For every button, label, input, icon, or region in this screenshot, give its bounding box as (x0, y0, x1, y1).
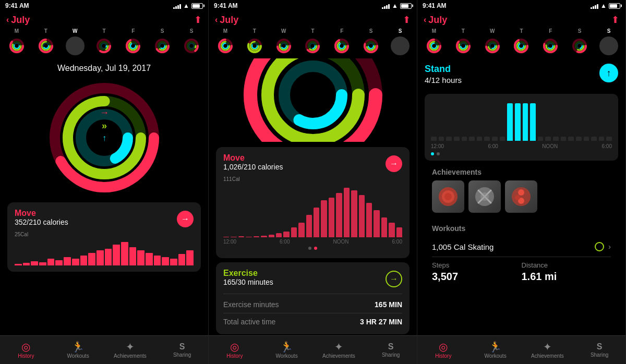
chart-cal-label: 25Cal (15, 232, 194, 237)
p3-mini-wed[interactable] (482, 35, 503, 56)
dot-1 (308, 247, 311, 250)
wifi-icon-3: ▲ (600, 2, 607, 9)
mini-ring-thu[interactable] (93, 35, 114, 56)
move-value-2: 1,026/210 calories (223, 163, 283, 171)
workout-item[interactable]: 1,005 Cal Skating › (432, 237, 611, 257)
stand-title: Stand (425, 64, 462, 75)
stand-chart: 12:00 6:00 NOON 6:00 (425, 94, 618, 161)
stand-bar-chart (431, 99, 612, 141)
achievement-2[interactable] (468, 180, 501, 213)
day-s2: S (181, 28, 202, 34)
svg-point-15 (71, 42, 79, 50)
share-button-2[interactable]: ⬆ (403, 14, 411, 26)
signal-icon-2 (382, 3, 390, 9)
back-chevron-1[interactable]: ‹ (6, 15, 9, 25)
month-label-1: July (11, 15, 30, 26)
move-nav-1[interactable]: → (177, 211, 194, 227)
tab-achievements-1[interactable]: ✦ Achievements (104, 342, 156, 359)
tab-history-1[interactable]: ◎ History (0, 342, 52, 359)
p3-mini-mon[interactable] (424, 35, 444, 56)
mini-ring-sun[interactable] (181, 35, 202, 56)
main-content-2: Move 1,026/210 calories → 111Cal 12:00 6… (209, 142, 417, 335)
p2-mini-sun[interactable] (390, 35, 411, 56)
achievement-3[interactable] (505, 180, 537, 213)
time-3: 9:41 AM (423, 2, 447, 9)
svg-text:↑: ↑ (102, 134, 106, 142)
move-card-1: Move 352/210 calories → 25Cal (7, 202, 201, 272)
mini-ring-tue[interactable] (35, 35, 56, 56)
panel-1: 9:41 AM ▲ ‹ July ⬆ M T W T (0, 0, 209, 364)
share-button-3[interactable]: ⬆ (611, 14, 619, 26)
tab-workouts-3[interactable]: 🏃 Workouts (469, 342, 522, 359)
time-2: 9:41 AM (214, 2, 238, 9)
mini-ring-sat[interactable] (152, 35, 173, 56)
sharing-label-3: Sharing (591, 352, 608, 358)
history-label-1: History (18, 353, 34, 359)
tab-workouts-1[interactable]: 🏃 Workouts (52, 342, 104, 359)
stand-up-button[interactable]: ↑ (599, 64, 618, 82)
p2-mini-thu[interactable] (302, 35, 323, 56)
status-icons-2: ▲ (382, 2, 412, 9)
exercise-nav-2[interactable]: → (386, 271, 402, 287)
p2-mini-sat[interactable] (360, 35, 381, 56)
workouts-icon-1: 🏃 (71, 342, 85, 352)
steps-value: 3,507 (432, 271, 522, 283)
row-label-2: Total active time (223, 318, 275, 326)
mini-ring-mon[interactable] (6, 35, 27, 56)
back-chevron-3[interactable]: ‹ (424, 15, 426, 25)
month-label-3: July (428, 15, 447, 26)
tab-sharing-2[interactable]: S Sharing (365, 343, 417, 358)
day-t: T (35, 28, 56, 34)
tab-sharing-1[interactable]: S Sharing (156, 343, 208, 358)
mini-ring-fri[interactable] (123, 35, 143, 56)
tab-sharing-3[interactable]: S Sharing (573, 343, 625, 358)
svg-point-137 (605, 42, 613, 50)
share-button-1[interactable]: ⬆ (194, 14, 202, 26)
achievements-row (432, 180, 611, 213)
day-labels-3: M T W T F S S (424, 28, 619, 34)
tab-history-2[interactable]: ◎ History (209, 342, 261, 359)
month-nav-2[interactable]: ‹ July (215, 15, 238, 26)
mini-ring-wed[interactable] (65, 35, 86, 56)
tab-achievements-2[interactable]: ✦ Achievements (313, 342, 365, 359)
svg-point-90 (396, 42, 404, 50)
p3-mini-sun[interactable] (598, 35, 619, 56)
tab-achievements-3[interactable]: ✦ Achievements (522, 342, 574, 359)
svg-point-16 (73, 43, 78, 48)
history-label-2: History (226, 353, 243, 359)
month-nav-3[interactable]: ‹ July (424, 15, 447, 26)
stand-pagination (431, 149, 612, 157)
battery-icon-3 (609, 3, 620, 9)
month-row-2: ‹ July ⬆ (215, 14, 411, 26)
p2-mini-fri[interactable] (331, 35, 352, 56)
p3-mini-tue[interactable] (453, 35, 474, 56)
signal-icon-1 (173, 3, 181, 9)
panel-3: 9:41 AM ▲ ‹ July ⬆ M T W T (417, 0, 626, 364)
top-header-3: ‹ July ⬆ M T W T F S S (417, 11, 625, 58)
p3-mini-thu[interactable] (511, 35, 532, 56)
workout-chevron: › (608, 242, 611, 251)
tab-workouts-2[interactable]: 🏃 Workouts (261, 342, 313, 359)
p3-mini-fri[interactable] (540, 35, 561, 56)
wifi-icon-2: ▲ (392, 2, 398, 9)
pagination-1 (223, 245, 402, 252)
achievement-1[interactable] (432, 180, 464, 213)
tab-history-3[interactable]: ◎ History (417, 342, 469, 359)
move-nav-2[interactable]: → (386, 155, 402, 172)
exercise-value-2: 165/30 minutes (223, 278, 273, 286)
stand-dot-2 (437, 152, 440, 155)
p2-mini-mon[interactable] (215, 35, 236, 56)
p3-mini-sat[interactable] (569, 35, 590, 56)
p2-mini-wed[interactable] (273, 35, 294, 56)
svg-point-91 (398, 43, 403, 48)
workouts-section: Workouts 1,005 Cal Skating › Steps 3,507… (425, 224, 618, 283)
distance-stat: Distance 1.61 mi (522, 261, 611, 283)
wifi-icon-1: ▲ (183, 2, 189, 9)
p2-mini-tue[interactable] (244, 35, 265, 56)
achievements-label-1: Achievements (114, 353, 147, 359)
month-nav-1[interactable]: ‹ July (6, 15, 30, 26)
steps-label: Steps (432, 261, 522, 269)
back-chevron-2[interactable]: ‹ (215, 15, 218, 25)
svg-point-92 (398, 43, 403, 48)
exercise-title-2: Exercise (223, 269, 273, 278)
